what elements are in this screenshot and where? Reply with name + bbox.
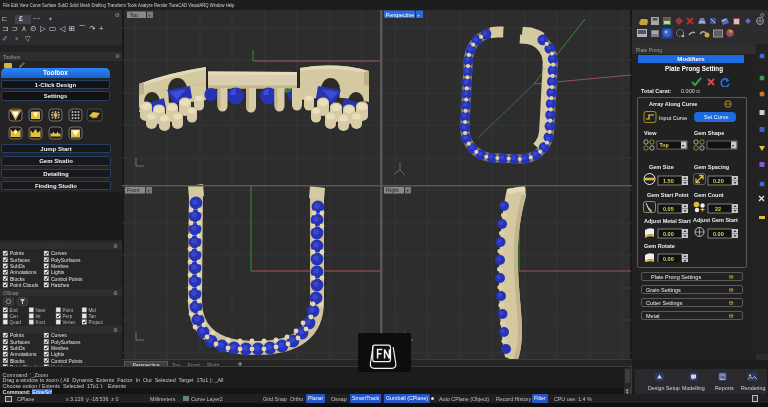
svg-text:Lights: Lights — [51, 269, 65, 275]
svg-text:Annotations: Annotations — [10, 351, 37, 357]
svg-text:1.50: 1.50 — [663, 178, 674, 184]
svg-text:Points: Points — [10, 250, 24, 256]
svg-text:▾: ▾ — [732, 143, 734, 148]
svg-text:Vertex: Vertex — [63, 320, 77, 325]
svg-text:End: End — [10, 308, 19, 313]
svg-text:Control Points: Control Points — [51, 358, 83, 364]
svg-text:Perp: Perp — [63, 314, 73, 319]
svg-text:Top: Top — [660, 142, 669, 148]
svg-text:Curves: Curves — [51, 250, 67, 256]
svg-text:Meshes: Meshes — [51, 263, 69, 269]
svg-text:Curves: Curves — [51, 332, 67, 338]
svg-text:Gem Count: Gem Count — [694, 192, 724, 198]
svg-text:Points: Points — [10, 332, 24, 338]
svg-text:0.20: 0.20 — [713, 178, 724, 184]
svg-text:Modelling: Modelling — [682, 385, 705, 391]
svg-text:Gem Start Point: Gem Start Point — [647, 192, 689, 198]
svg-text:····: ···· — [53, 242, 60, 248]
svg-text:Project: Project — [89, 320, 104, 325]
svg-text:Point: Point — [63, 308, 74, 313]
svg-text:Point Clouds: Point Clouds — [10, 282, 39, 288]
svg-text:Gem Shape: Gem Shape — [694, 130, 724, 136]
svg-text:Control Points: Control Points — [51, 276, 83, 282]
svg-text:Int: Int — [36, 314, 42, 319]
svg-text:····: ···· — [53, 326, 60, 332]
svg-text:PolySurfaces: PolySurfaces — [51, 339, 81, 345]
svg-text:Blocks: Blocks — [10, 358, 25, 364]
svg-text:Surfaces: Surfaces — [10, 339, 30, 345]
svg-text:⚙: ⚙ — [113, 243, 118, 249]
svg-text:Reports: Reports — [715, 385, 734, 391]
svg-text:Lights: Lights — [51, 351, 65, 357]
svg-text:Gem Size: Gem Size — [649, 164, 674, 170]
svg-text:SubDs: SubDs — [10, 345, 26, 351]
svg-text:Input Curve: Input Curve — [659, 115, 687, 121]
svg-text:Surfaces: Surfaces — [10, 257, 30, 263]
svg-text:Tan: Tan — [89, 314, 97, 319]
svg-text:Hatches: Hatches — [51, 282, 70, 288]
svg-text:⚙: ⚙ — [113, 290, 118, 296]
svg-text:▾: ▾ — [682, 143, 684, 148]
svg-text:OSnap: OSnap — [3, 290, 19, 296]
svg-text:Annotations: Annotations — [10, 269, 37, 275]
svg-text:0.00: 0.00 — [663, 256, 674, 262]
svg-text:Top: Top — [130, 12, 139, 18]
svg-text:Blocks: Blocks — [10, 276, 25, 282]
svg-text:▾: ▾ — [407, 188, 409, 193]
svg-text:Near: Near — [36, 308, 46, 313]
svg-text:Adjust Gem Start: Adjust Gem Start — [693, 217, 738, 223]
svg-text:Set Curve: Set Curve — [704, 114, 728, 120]
svg-text:Gem Rotate: Gem Rotate — [644, 243, 675, 249]
svg-text:⚙: ⚙ — [113, 327, 118, 333]
svg-text:Adjust Metal Start: Adjust Metal Start — [644, 218, 691, 224]
svg-text:Gem Spacing: Gem Spacing — [694, 164, 729, 170]
svg-text:Mid: Mid — [89, 308, 97, 313]
svg-text:Right: Right — [386, 187, 399, 193]
svg-text:▾: ▾ — [149, 13, 151, 18]
svg-text:0.00: 0.00 — [713, 231, 724, 237]
svg-text:Rendering: Rendering — [741, 385, 765, 391]
svg-text:0.00: 0.00 — [663, 231, 674, 237]
svg-text:Front: Front — [127, 187, 140, 193]
svg-text:▾: ▾ — [418, 13, 420, 18]
svg-text:Knot: Knot — [36, 320, 46, 325]
svg-text:Meshes: Meshes — [51, 345, 69, 351]
svg-text:0.05: 0.05 — [663, 206, 674, 212]
svg-text:Quad: Quad — [10, 320, 22, 325]
svg-text:Perspective: Perspective — [386, 12, 415, 18]
svg-text:Cen: Cen — [10, 314, 19, 319]
svg-text:22: 22 — [715, 206, 721, 212]
svg-text:PolySurfaces: PolySurfaces — [51, 257, 81, 263]
svg-text:Design Setup: Design Setup — [648, 385, 680, 391]
svg-text:View: View — [644, 130, 657, 136]
svg-text:▾: ▾ — [148, 188, 150, 193]
svg-text:SubDs: SubDs — [10, 263, 26, 269]
